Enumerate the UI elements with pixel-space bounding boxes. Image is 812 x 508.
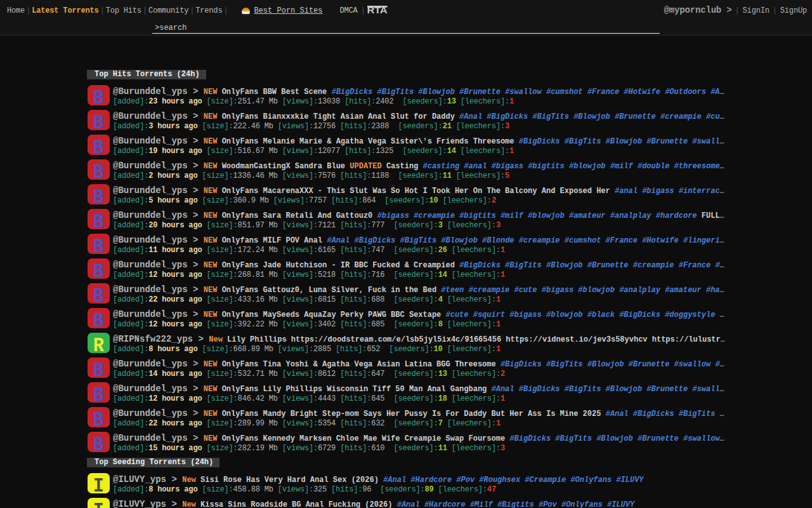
svg-text:RTA: RTA <box>367 6 388 14</box>
